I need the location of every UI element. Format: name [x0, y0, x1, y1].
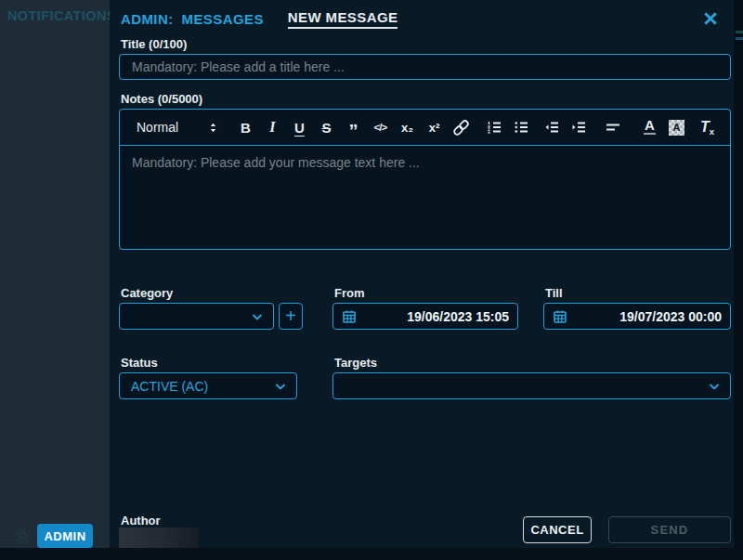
till-label: Till — [545, 286, 563, 300]
bullet-list-icon — [514, 120, 528, 135]
category-select[interactable] — [119, 303, 274, 330]
background-page-title: NOTIFICATIONS ( — [7, 8, 125, 23]
text-color-bar — [644, 133, 656, 136]
bold-icon: B — [241, 120, 251, 136]
underline-button[interactable]: U — [286, 115, 313, 139]
author-label: Author — [121, 514, 161, 527]
code-icon: </> — [374, 122, 387, 133]
blockquote-button[interactable]: ” — [340, 115, 367, 139]
indent-button[interactable] — [566, 115, 593, 139]
background-color-button[interactable]: A — [663, 115, 690, 139]
italic-icon: I — [269, 119, 275, 136]
subscript-button[interactable]: x₂ — [394, 115, 421, 139]
cancel-button[interactable]: CANCEL — [523, 516, 592, 543]
admin-button[interactable]: ADMIN — [37, 524, 93, 548]
status-select-value: ACTIVE (AC) — [131, 379, 208, 394]
align-button[interactable] — [600, 115, 627, 139]
new-message-modal: ADMIN: MESSAGES NEW MESSAGE Title (0/100… — [110, 0, 734, 548]
add-category-button[interactable]: + — [279, 303, 303, 330]
screen: NOTIFICATIONS ( ADMIN ADMIN: MESSAGES NE… — [0, 0, 743, 560]
align-icon — [606, 120, 620, 135]
format-dropdown[interactable]: Normal — [137, 115, 219, 139]
notes-label: Notes (0/5000) — [121, 92, 202, 106]
outdent-button[interactable] — [539, 115, 566, 139]
italic-button[interactable]: I — [259, 115, 286, 139]
superscript-button[interactable]: x² — [421, 115, 448, 139]
bold-button[interactable]: B — [232, 115, 259, 139]
title-input[interactable] — [119, 54, 731, 80]
clear-formatting-t: T — [700, 119, 710, 135]
background-color-icon: A — [669, 120, 684, 136]
indent-icon — [571, 120, 586, 135]
blockquote-icon: ” — [348, 119, 358, 136]
notes-editor: Normal B I U S ” </> x₂ x² — [119, 109, 731, 250]
from-label: From — [334, 286, 365, 300]
strikethrough-icon: S — [321, 120, 331, 136]
strikethrough-button[interactable]: S — [313, 115, 340, 139]
calendar-icon — [342, 309, 357, 324]
plus-icon: + — [285, 306, 296, 327]
status-select[interactable]: ACTIVE (AC) — [119, 372, 297, 399]
link-button[interactable] — [448, 115, 475, 139]
text-color-icon: A — [644, 120, 656, 136]
bullet-list-button[interactable] — [508, 115, 535, 139]
ordered-list-icon — [487, 120, 502, 135]
breadcrumb-admin[interactable]: ADMIN: — [121, 11, 174, 27]
superscript-icon: x² — [429, 121, 440, 135]
author-value-redacted — [119, 527, 198, 548]
till-date-input[interactable]: 19/07/2023 00:00 — [543, 303, 731, 330]
chevron-down-icon — [273, 379, 288, 394]
tab-new-message[interactable]: NEW MESSAGE — [288, 9, 398, 29]
breadcrumb-messages[interactable]: MESSAGES — [182, 11, 264, 27]
subscript-icon: x₂ — [401, 121, 413, 135]
from-date-input[interactable]: 19/06/2023 15:05 — [332, 303, 518, 330]
close-icon — [702, 10, 719, 27]
clear-formatting-icon: Tx — [700, 119, 714, 137]
title-label: Title (0/100) — [121, 37, 187, 51]
page-underlay-bottom — [0, 548, 743, 560]
page-underlay-right — [734, 0, 743, 548]
link-icon — [453, 120, 469, 136]
status-label: Status — [121, 356, 158, 370]
till-date-value: 19/07/2023 00:00 — [619, 309, 722, 324]
from-date-value: 19/06/2023 15:05 — [407, 309, 509, 324]
targets-select[interactable] — [332, 372, 731, 399]
modal-header: ADMIN: MESSAGES NEW MESSAGE — [121, 7, 719, 30]
calendar-icon — [553, 309, 567, 324]
send-button[interactable]: SEND — [608, 516, 731, 543]
close-button[interactable] — [702, 10, 719, 27]
category-label: Category — [121, 286, 173, 300]
code-block-button[interactable]: </> — [367, 115, 394, 139]
text-color-button[interactable]: A — [636, 115, 663, 139]
ordered-list-button[interactable] — [481, 115, 508, 139]
clear-formatting-x: x — [710, 126, 714, 137]
clear-formatting-button[interactable]: Tx — [694, 115, 721, 139]
sidebar — [0, 0, 110, 548]
chevron-down-icon — [707, 379, 722, 394]
underlay-fragment-teal — [736, 37, 743, 40]
underlay-fragment-green — [736, 31, 743, 33]
underline-icon: U — [294, 120, 305, 136]
outdent-icon — [544, 120, 559, 135]
text-color-letter: A — [645, 120, 655, 131]
editor-toolbar: Normal B I U S ” </> x₂ x² — [120, 110, 730, 146]
gear-icon[interactable] — [13, 526, 33, 546]
format-dropdown-value: Normal — [137, 120, 178, 135]
notes-textarea[interactable]: Mandatory: Please add your message text … — [120, 146, 730, 249]
sort-arrows-icon — [207, 121, 219, 135]
chevron-down-icon — [250, 309, 265, 324]
targets-label: Targets — [334, 356, 377, 370]
